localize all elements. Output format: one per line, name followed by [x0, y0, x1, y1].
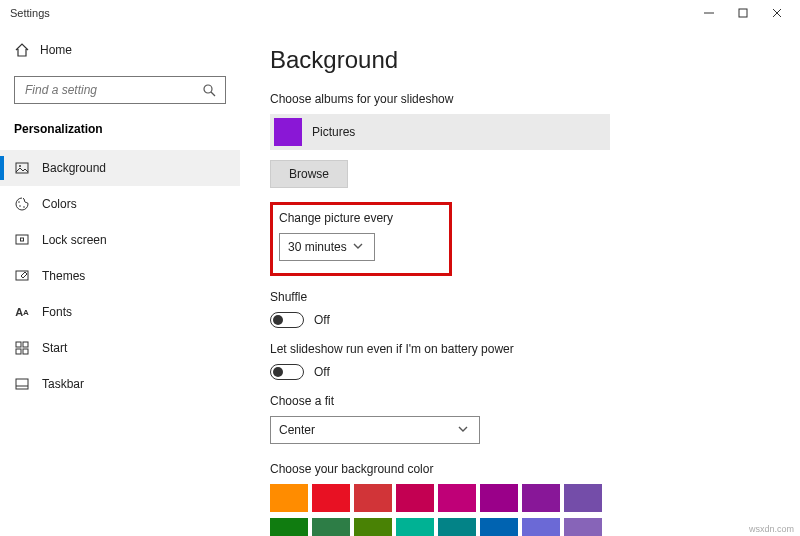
page-title: Background — [270, 46, 770, 74]
picture-icon — [14, 160, 30, 176]
sidebar-item-taskbar[interactable]: Taskbar — [0, 366, 240, 402]
album-name: Pictures — [312, 125, 355, 139]
shuffle-label: Shuffle — [270, 290, 770, 304]
main-content: Background Choose albums for your slides… — [240, 26, 800, 536]
minimize-button[interactable] — [692, 0, 726, 26]
sidebar-item-label: Themes — [42, 269, 85, 283]
fit-label: Choose a fit — [270, 394, 770, 408]
album-thumbnail — [274, 118, 302, 146]
start-icon — [14, 340, 30, 356]
change-every-value: 30 minutes — [288, 240, 347, 254]
sidebar-item-label: Start — [42, 341, 67, 355]
battery-label: Let slideshow run even if I'm on battery… — [270, 342, 770, 356]
color-swatch[interactable] — [312, 484, 350, 512]
color-swatch[interactable] — [480, 484, 518, 512]
svg-rect-15 — [23, 342, 28, 347]
color-label: Choose your background color — [270, 462, 770, 476]
fonts-icon: AA — [14, 304, 30, 320]
lock-icon — [14, 232, 30, 248]
color-swatch[interactable] — [312, 518, 350, 536]
watermark: wsxdn.com — [749, 524, 794, 534]
sidebar-item-label: Background — [42, 161, 106, 175]
svg-rect-17 — [23, 349, 28, 354]
colors-row-1 — [270, 484, 770, 512]
color-swatch[interactable] — [438, 518, 476, 536]
svg-rect-11 — [16, 235, 28, 244]
color-swatch[interactable] — [396, 518, 434, 536]
svg-rect-16 — [16, 349, 21, 354]
taskbar-icon — [14, 376, 30, 392]
color-swatch[interactable] — [564, 484, 602, 512]
fit-value: Center — [279, 423, 315, 437]
fit-dropdown[interactable]: Center — [270, 416, 480, 444]
svg-rect-12 — [21, 238, 24, 241]
color-swatch[interactable] — [564, 518, 602, 536]
titlebar: Settings — [0, 0, 800, 26]
home-link[interactable]: Home — [0, 34, 240, 66]
shuffle-state: Off — [314, 313, 330, 327]
sidebar-item-label: Fonts — [42, 305, 72, 319]
search-icon — [201, 82, 217, 98]
window-title: Settings — [6, 7, 50, 19]
svg-line-5 — [211, 92, 215, 96]
color-swatch[interactable] — [354, 518, 392, 536]
browse-button[interactable]: Browse — [270, 160, 348, 188]
svg-rect-6 — [16, 163, 28, 173]
color-swatch[interactable] — [270, 484, 308, 512]
color-swatch[interactable] — [354, 484, 392, 512]
change-picture-highlight: Change picture every 30 minutes — [270, 202, 452, 276]
sidebar-item-start[interactable]: Start — [0, 330, 240, 366]
color-swatch[interactable] — [522, 484, 560, 512]
change-every-dropdown[interactable]: 30 minutes — [279, 233, 375, 261]
choose-albums-label: Choose albums for your slideshow — [270, 92, 770, 106]
maximize-button[interactable] — [726, 0, 760, 26]
shuffle-toggle[interactable] — [270, 312, 304, 328]
close-button[interactable] — [760, 0, 794, 26]
sidebar: Home Personalization Background Colors L… — [0, 26, 240, 536]
battery-state: Off — [314, 365, 330, 379]
sidebar-item-label: Taskbar — [42, 377, 84, 391]
svg-point-9 — [19, 205, 21, 207]
home-label: Home — [40, 43, 72, 57]
color-swatch[interactable] — [270, 518, 308, 536]
svg-rect-1 — [739, 9, 747, 17]
svg-rect-18 — [16, 379, 28, 389]
color-swatch[interactable] — [438, 484, 476, 512]
sidebar-item-label: Lock screen — [42, 233, 107, 247]
search-field[interactable] — [23, 82, 201, 98]
sidebar-item-label: Colors — [42, 197, 77, 211]
colors-row-2 — [270, 518, 770, 536]
chevron-down-icon — [455, 421, 471, 440]
color-swatch[interactable] — [480, 518, 518, 536]
sidebar-item-themes[interactable]: Themes — [0, 258, 240, 294]
battery-toggle[interactable] — [270, 364, 304, 380]
color-swatch[interactable] — [396, 484, 434, 512]
home-icon — [14, 42, 30, 58]
chevron-down-icon — [350, 238, 366, 257]
section-title: Personalization — [0, 108, 240, 142]
svg-point-7 — [19, 165, 21, 167]
change-every-label: Change picture every — [279, 211, 393, 225]
svg-point-10 — [23, 206, 25, 208]
album-selection[interactable]: Pictures — [270, 114, 610, 150]
palette-icon — [14, 196, 30, 212]
sidebar-item-background[interactable]: Background — [0, 150, 240, 186]
svg-rect-14 — [16, 342, 21, 347]
sidebar-item-colors[interactable]: Colors — [0, 186, 240, 222]
color-swatch[interactable] — [522, 518, 560, 536]
svg-point-8 — [18, 201, 20, 203]
themes-icon — [14, 268, 30, 284]
sidebar-item-lockscreen[interactable]: Lock screen — [0, 222, 240, 258]
svg-point-4 — [204, 85, 212, 93]
search-input[interactable] — [14, 76, 226, 104]
window-buttons — [692, 0, 794, 26]
sidebar-item-fonts[interactable]: AA Fonts — [0, 294, 240, 330]
